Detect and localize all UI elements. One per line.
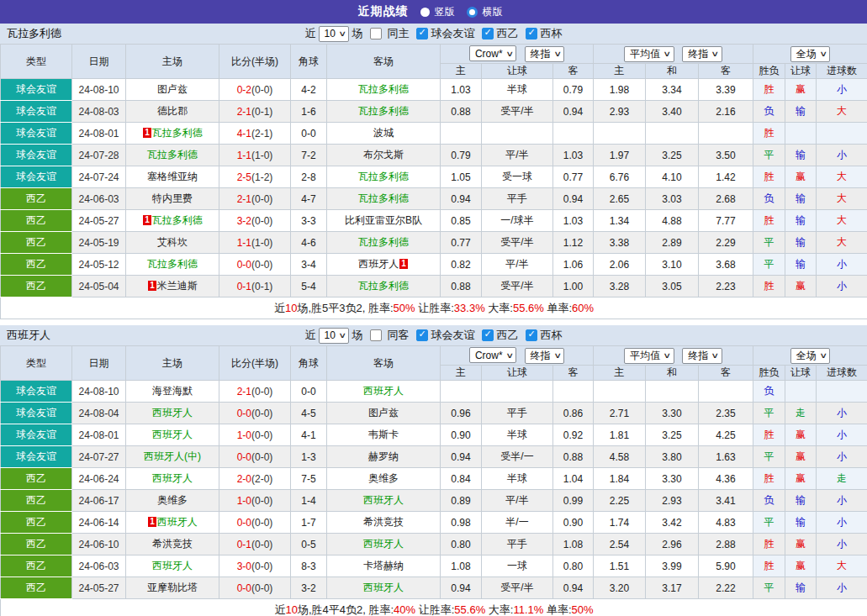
corners-cell: 4-1 [291,424,327,446]
odds-cell: 0.86 [553,403,594,424]
full-time-score: 0-0 [237,517,251,529]
scope-select[interactable]: 全场∨ [790,348,831,364]
odds-cell: 5.90 [699,555,753,577]
result-cell: 平 [753,446,785,468]
handicap-result-cell [785,123,817,145]
league-checkbox-cup[interactable] [526,28,537,39]
goals-result-cell: 大 [817,555,867,577]
odds-cell: 0.88 [441,101,482,123]
chevron-down-icon: ∨ [711,351,720,360]
final-odds-select[interactable]: 终指∨ [525,348,565,364]
layout-radio-vertical-label[interactable]: 竖版 [435,5,455,19]
final-odds-select-2[interactable]: 终指∨ [682,46,722,62]
odds-cell: 2.54 [594,534,646,555]
odds-cell: 2.25 [594,490,646,512]
team-name: 西班牙人 [358,258,399,270]
full-time-score: 4-1 [237,128,251,140]
league-checkbox-segunda[interactable] [482,329,494,341]
sub-header-handicap-result: 让球 [785,64,817,79]
away-team-cell: 瓦拉多利德 [327,276,441,297]
goals-result-cell: 小 [817,446,867,468]
match-type-cell: 西乙 [1,512,72,534]
team-name: 西班牙人 [363,582,404,593]
near-label: 近 [305,26,316,41]
team-name: 希洪竞技 [363,516,404,528]
sub-header-avg-home: 主 [594,366,646,381]
team-filter-bar: 瓦拉多利德 近 10∨ 场 同主 球会友谊 西乙 西杯 [0,24,867,44]
odds-cell: 3.30 [646,468,699,490]
goals-result-cell [817,381,867,403]
handicap-result-cell: 输 [785,254,817,276]
odds-cell: 受平/半 [482,276,553,297]
match-count-select[interactable]: 10∨ [319,26,350,42]
odds-cell: 0.77 [441,232,482,254]
odds-cell [482,123,553,145]
sub-header-handicap: 让球 [482,64,553,79]
odds-cell: 一球 [482,555,553,577]
layout-radio-horizontal[interactable] [467,7,478,18]
odds-cell: 1.03 [441,79,482,101]
odds-cell [441,123,482,145]
result-scope-group: 全场∨ [753,346,867,366]
full-time-score: 0-0 [237,582,251,594]
half-time-score: (0-0) [251,517,272,529]
final-odds-value-2: 终指 [688,47,708,61]
odds-cell: 平/半 [482,145,553,166]
odds-cell: 0.99 [553,490,594,512]
layout-radio-vertical[interactable] [420,8,430,17]
same-venue-checkbox[interactable] [370,28,382,39]
col-header-date: 日期 [72,45,126,79]
odds-cell: 3.25 [646,424,699,446]
stats-summary: 近10场,胜5平3负2, 胜率:50% 让胜率:33.3% 大率:55.6% 单… [1,297,867,319]
odds-cell: 4.36 [699,468,753,490]
odds-source-select[interactable]: Crow*∨ [469,347,516,363]
average-odds-select[interactable]: 平均值∨ [624,46,674,62]
match-row: 西乙24-06-17奥维多1-0(0-0)1-4西班牙人0.89平/半0.992… [1,490,867,512]
odds-cell: 1.98 [594,79,646,101]
match-date-cell: 24-08-01 [72,123,126,145]
match-row: 球会友谊24-08-10图卢兹0-2(0-0)4-2瓦拉多利德1.03半球0.7… [1,79,867,101]
odds-cell: 1.34 [594,210,646,232]
odds-cell: 0.94 [553,577,594,599]
scope-select[interactable]: 全场∨ [790,46,831,62]
home-team-cell: 1瓦拉多利德 [126,210,219,232]
match-date-cell: 24-05-12 [72,254,126,276]
away-team-cell: 图卢兹 [327,403,441,424]
team-section-away: 西班牙人 近 10∨ 场 同客 球会友谊 西乙 西杯 类型 日期 主场 比分(半… [0,325,867,616]
final-odds-select[interactable]: 终指∨ [525,46,565,62]
result-cell: 胜 [753,534,785,555]
home-team-cell: 亚摩勒比塔 [126,577,219,599]
summary-segment: 40% [394,603,415,616]
layout-radio-horizontal-label[interactable]: 横版 [483,5,503,19]
team-name: 瓦拉多利德 [358,280,409,292]
team-name: 西班牙人(中) [144,450,201,462]
match-count-select[interactable]: 10∨ [319,328,350,344]
team-name: 希洪竞技 [152,538,193,550]
score-cell: 0-1(0-1) [219,276,291,297]
league-checkbox-segunda[interactable] [482,28,494,39]
odds-source-select[interactable]: Crow*∨ [469,45,516,61]
handicap-result-cell: 输 [785,232,817,254]
odds-cell [646,381,699,403]
match-type-cell: 西乙 [1,577,72,599]
handicap-result-cell [785,381,817,403]
same-venue-checkbox[interactable] [370,329,382,341]
away-team-cell: 西班牙人 [327,577,441,599]
match-type-cell: 西乙 [1,254,72,276]
full-time-score: 1-1 [237,237,251,249]
average-odds-select[interactable]: 平均值∨ [624,348,674,364]
result-cell: 胜 [753,123,785,145]
league-checkbox-friendly[interactable] [416,329,428,341]
odds-cell: 2.96 [646,534,699,555]
away-team-cell: 瓦拉多利德 [327,188,441,210]
league-checkbox-friendly[interactable] [416,28,428,39]
goals-result-cell: 小 [817,79,867,101]
summary-segment: 场,胜5平3负2, 胜率: [297,302,393,314]
league-checkbox-cup[interactable] [526,329,537,341]
odds-cell: 4.83 [699,512,753,534]
team-name: 奥维多 [368,472,399,484]
half-time-score: (0-0) [251,582,272,594]
odds-cell: 2.71 [594,403,646,424]
match-date-cell: 24-05-27 [72,210,126,232]
final-odds-select-2[interactable]: 终指∨ [682,348,722,364]
